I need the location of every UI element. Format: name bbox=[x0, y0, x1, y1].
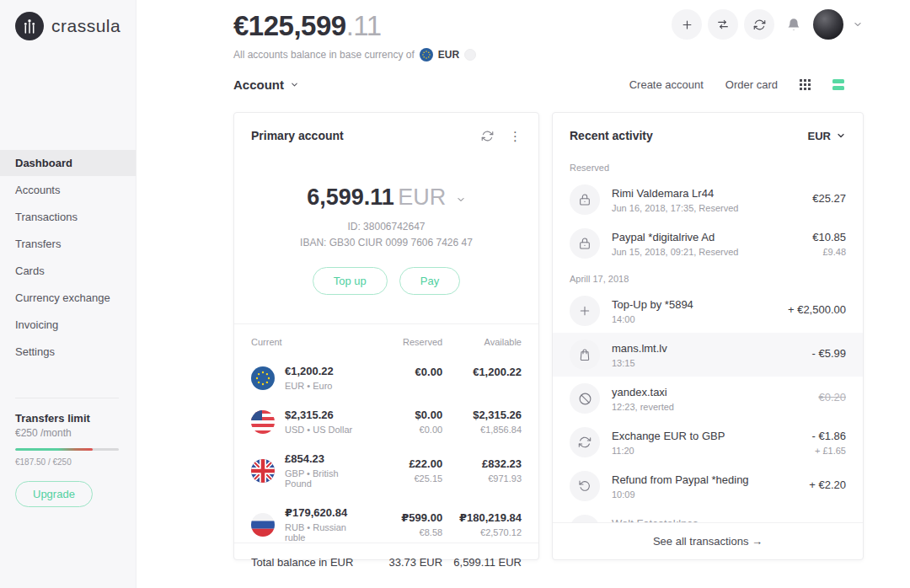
available-converted bbox=[442, 382, 522, 391]
order-card-button[interactable]: Order card bbox=[725, 78, 778, 91]
topbar-actions bbox=[672, 9, 863, 40]
activity-amount: €0.20 bbox=[818, 391, 846, 404]
profile-chevron-down-icon[interactable] bbox=[853, 19, 863, 29]
transfers-limit-widget: Transfers limit €250 /month €187.50 / €2… bbox=[15, 398, 119, 507]
activity-item[interactable]: mans.lmt.lv 13:15 - €5.99 bbox=[553, 333, 863, 377]
chevron-down-icon bbox=[456, 195, 466, 205]
recent-activity-card: Recent activity EUR Reserved Rimi Valdem… bbox=[552, 112, 864, 560]
reserved-amount: $0.00 bbox=[363, 409, 442, 421]
currency-row[interactable]: €1,200.22 EUR • Euro €0.00 €1,200.22 bbox=[251, 365, 522, 391]
grid-view-icon[interactable] bbox=[800, 79, 811, 90]
currency-table-header: Current Reserved Available bbox=[251, 337, 522, 347]
sidebar-item-cards[interactable]: Cards bbox=[0, 258, 136, 284]
bag-icon bbox=[570, 339, 600, 370]
sidebar-item-transfers[interactable]: Transfers bbox=[0, 231, 136, 257]
activity-amount: - €1.86 bbox=[812, 430, 846, 442]
sidebar-item-dashboard[interactable]: Dashboard bbox=[0, 150, 136, 176]
kebab-menu-icon[interactable]: ⋮ bbox=[509, 130, 522, 142]
activity-title: Paypal *digitalrive Ad bbox=[612, 231, 812, 243]
activity-amount-converted: £9.48 bbox=[812, 247, 846, 257]
activity-subtitle: 11:20 bbox=[612, 446, 812, 456]
transfers-limit-title: Transfers limit bbox=[15, 412, 119, 425]
total-balance-header: €125,599.11 All accounts balance in base… bbox=[233, 10, 476, 61]
top-up-button[interactable]: Top up bbox=[313, 267, 388, 295]
total-balance-cents: .11 bbox=[346, 10, 382, 41]
transfers-limit-subtitle: €250 /month bbox=[15, 427, 119, 439]
plus-icon bbox=[570, 296, 600, 326]
add-button[interactable] bbox=[672, 9, 702, 40]
available-converted: €2,570.12 bbox=[442, 527, 522, 537]
sidebar-nav: DashboardAccountsTransactionsTransfersCa… bbox=[0, 150, 136, 366]
gbp-flag-icon bbox=[251, 459, 275, 483]
create-account-button[interactable]: Create account bbox=[629, 78, 704, 91]
currency-amount: ₽179,620.84 bbox=[285, 506, 363, 519]
currency-row[interactable]: $2,315.26 USD • US Dollar $0.00 €0.00 $2… bbox=[251, 409, 522, 435]
account-balance[interactable]: 6,599.11 EUR bbox=[234, 184, 538, 211]
see-all-transactions-link[interactable]: See all transactions → bbox=[553, 522, 863, 559]
sidebar-item-currency-exchange[interactable]: Currency exchange bbox=[0, 285, 136, 311]
primary-account-card: Primary account ⋮ 6,599.11 EUR ID: 38006… bbox=[233, 112, 539, 560]
refresh-icon[interactable] bbox=[481, 130, 494, 142]
activity-list: Reserved Rimi Valdemara Lr44 Jun 16, 201… bbox=[553, 154, 863, 522]
blocked-icon bbox=[570, 383, 600, 414]
activity-item[interactable]: Paypal *digitalrive Ad Jun 15, 2018, 09:… bbox=[553, 222, 863, 265]
activity-subtitle: Jun 15, 2018, 09:21, Reserved bbox=[612, 247, 812, 257]
total-balance-amount: €125,599.11 bbox=[233, 10, 476, 42]
available-amount: $2,315.26 bbox=[442, 409, 522, 421]
transfers-limit-usage: €187.50 / €250 bbox=[15, 457, 119, 467]
activity-title: mans.lmt.lv bbox=[612, 342, 812, 355]
list-view-icon[interactable] bbox=[832, 79, 844, 90]
activity-amount: + €2,500.00 bbox=[788, 303, 846, 316]
available-amount: £832.23 bbox=[442, 457, 522, 470]
currency-code-line: RUB • Russian ruble bbox=[285, 522, 363, 543]
activity-title: Exchange EUR to GBP bbox=[612, 430, 812, 442]
notifications-bell-icon[interactable] bbox=[786, 17, 801, 32]
account-balance-currency: EUR bbox=[398, 184, 446, 210]
reserved-converted: €25.15 bbox=[363, 473, 442, 484]
base-currency-caption: All accounts balance in base currency of bbox=[233, 49, 415, 61]
activity-amount: + €2.20 bbox=[809, 478, 846, 491]
activity-amount: €25.27 bbox=[812, 192, 846, 205]
total-available: 6,599.11 EUR bbox=[442, 556, 522, 569]
activity-item[interactable]: Refund from Paypal *heding 10:09 + €2.20 bbox=[553, 464, 863, 508]
upgrade-button[interactable]: Upgrade bbox=[15, 481, 93, 507]
reserved-converted: €0.00 bbox=[363, 425, 442, 435]
activity-item[interactable]: yandex.taxi 12:23, reverted €0.20 bbox=[553, 377, 863, 420]
account-balance-block: 6,599.11 EUR ID: 38006742647 IBAN: GB30 … bbox=[234, 184, 538, 295]
activity-currency-filter[interactable]: EUR bbox=[808, 130, 846, 142]
activity-title: Rimi Valdemara Lr44 bbox=[612, 187, 812, 200]
account-selector[interactable]: Account bbox=[233, 78, 299, 92]
exchange-icon bbox=[570, 427, 600, 457]
account-id: ID: 38006742647 bbox=[234, 221, 538, 233]
currency-table: Current Reserved Available €1,200.22 EUR… bbox=[234, 323, 538, 543]
reserved-amount: ₽599.00 bbox=[363, 511, 442, 524]
brand-logo[interactable]: crassula bbox=[15, 12, 120, 40]
sidebar-item-invoicing[interactable]: Invoicing bbox=[0, 312, 136, 338]
available-converted: €971.93 bbox=[442, 473, 522, 484]
account-iban: IBAN: GB30 CIUR 0099 7606 7426 47 bbox=[234, 237, 538, 249]
exchange-button[interactable] bbox=[744, 9, 774, 40]
currency-row[interactable]: £854.23 GBP • British Pound £22.00 €25.1… bbox=[251, 452, 522, 489]
base-currency-code[interactable]: EUR bbox=[438, 49, 459, 61]
reserved-converted: €8.58 bbox=[363, 527, 442, 537]
reserved-converted bbox=[363, 382, 442, 391]
activity-group-label: Aprill 17, 2018 bbox=[553, 265, 863, 289]
activity-amount: - €5.99 bbox=[812, 347, 846, 360]
currency-row[interactable]: ₽179,620.84 RUB • Russian ruble ₽599.00 … bbox=[251, 506, 522, 543]
chevron-down-icon bbox=[290, 80, 299, 89]
cancel-icon bbox=[570, 515, 600, 522]
activity-item[interactable]: Wolt Fatcateklnca 09:39, Insufficient ba… bbox=[553, 508, 863, 522]
base-currency-line: All accounts balance in base currency of… bbox=[233, 48, 476, 61]
recent-activity-title: Recent activity bbox=[570, 129, 653, 142]
sidebar-item-settings[interactable]: Settings bbox=[0, 339, 136, 365]
sidebar-item-transactions[interactable]: Transactions bbox=[0, 204, 136, 230]
currency-amount: £854.23 bbox=[285, 452, 363, 465]
transfer-button[interactable] bbox=[708, 9, 738, 40]
activity-item[interactable]: Rimi Valdemara Lr44 Jun 16, 2018, 17:35,… bbox=[553, 178, 863, 222]
currency-toggle[interactable] bbox=[464, 49, 476, 61]
pay-button[interactable]: Pay bbox=[399, 267, 460, 295]
activity-item[interactable]: Top-Up by *5894 14:00 + €2,500.00 bbox=[553, 289, 863, 333]
sidebar-item-accounts[interactable]: Accounts bbox=[0, 177, 136, 203]
user-avatar[interactable] bbox=[813, 9, 843, 40]
activity-item[interactable]: Exchange EUR to GBP 11:20 - €1.86 + £1.6… bbox=[553, 420, 863, 464]
